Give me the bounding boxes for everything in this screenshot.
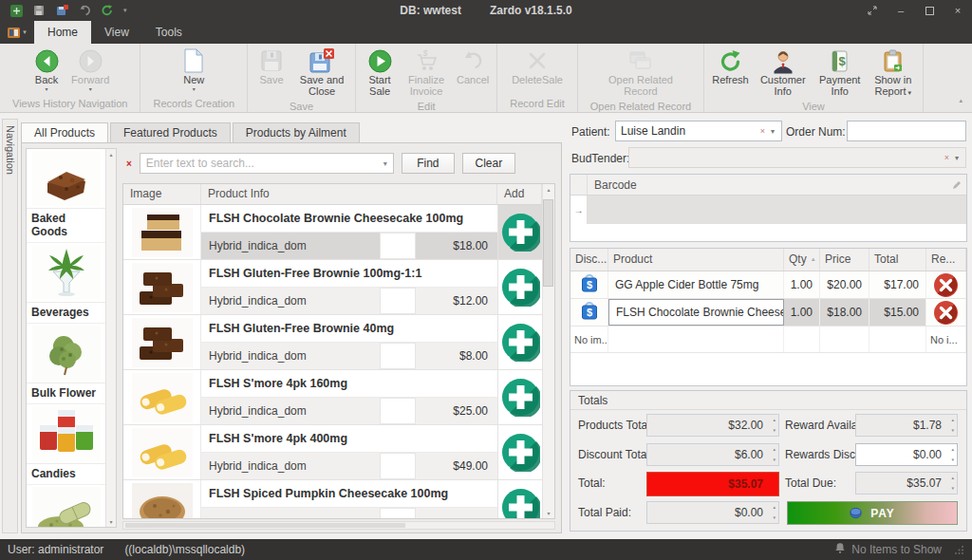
button-label: Customer Info xyxy=(760,74,806,97)
remove-item-button[interactable] xyxy=(933,300,959,326)
add-to-cart-button[interactable] xyxy=(501,488,540,518)
maximize-button[interactable] xyxy=(915,0,944,21)
ribbon-collapse-icon[interactable]: ▴ xyxy=(959,97,963,104)
cart-header-qty[interactable]: Qty▲ xyxy=(784,249,820,271)
product-name: FLSH S'more 4pk 400mg xyxy=(201,425,497,453)
cart-header-disc[interactable]: Disc... xyxy=(570,249,608,271)
payment-info-button[interactable]: $Payment Info xyxy=(814,47,866,99)
product-qty-cell[interactable] xyxy=(380,508,416,518)
tab-featured-products[interactable]: Featured Products xyxy=(110,122,231,142)
find-button[interactable]: Find xyxy=(402,153,455,174)
products-total-label: Products Total: xyxy=(578,414,653,437)
patient-combo[interactable]: Luise Landin × ▾ xyxy=(615,121,782,141)
app-menu-button[interactable]: ▾ xyxy=(0,21,34,44)
twinkie-image xyxy=(123,370,201,424)
product-row[interactable]: FLSH Gluten-Free Brownie 100mg-1:1Hybrid… xyxy=(123,260,542,315)
button-label: Show in Report xyxy=(874,74,911,97)
ribbon-tab-home[interactable]: Home xyxy=(34,21,91,44)
product-row[interactable]: FLSH S'more 4pk 160mgHybrid_indica_dom$2… xyxy=(123,370,542,425)
ribbon: Back▾Forward▾Views History NavigationNew… xyxy=(0,44,972,113)
save-and-close-icon[interactable] xyxy=(55,4,68,17)
category-item-beverages[interactable]: Beverages xyxy=(27,243,105,324)
scrollbar-thumb[interactable] xyxy=(543,199,553,287)
product-qty-cell[interactable] xyxy=(380,398,416,424)
ribbon-tab-tools[interactable]: Tools xyxy=(142,21,196,44)
remove-item-button[interactable] xyxy=(933,272,959,298)
category-label: Beverages xyxy=(27,302,105,323)
product-qty-cell[interactable] xyxy=(380,343,416,369)
dropdown-caret-icon: ▾ xyxy=(907,89,911,96)
resize-grip[interactable] xyxy=(955,545,964,554)
brownie-stack-image xyxy=(123,260,201,314)
category-item-baked-goods[interactable]: Baked Goods xyxy=(27,149,105,243)
clear-button[interactable]: Clear xyxy=(462,153,515,174)
spinner-buttons[interactable]: ▴▾ xyxy=(951,447,954,462)
cart-header-price[interactable]: Price xyxy=(820,249,869,271)
category-item-candies[interactable]: Candies xyxy=(27,404,105,485)
rewards-discount-field[interactable]: $0.00▴▾ xyxy=(855,443,958,466)
back-button[interactable]: Back▾ xyxy=(28,47,65,93)
ribbon-group-views-history-navigation: Back▾Forward▾Views History Navigation xyxy=(0,44,140,112)
qat-customize-caret-icon[interactable]: ▾ xyxy=(123,7,127,14)
undo-icon[interactable] xyxy=(78,4,91,17)
product-row[interactable]: FLSH Chocolate Brownie Cheesecake 100mgH… xyxy=(123,205,542,260)
cancel-icon xyxy=(460,47,485,74)
barcode-input-cell[interactable] xyxy=(588,196,966,224)
category-item[interactable] xyxy=(27,485,105,528)
product-row[interactable]: FLSH Spiced Pumpkin Cheesecake 100mg xyxy=(123,480,542,518)
dropdown-caret-icon: ▾ xyxy=(89,87,92,92)
sort-asc-icon: ▲ xyxy=(811,256,816,262)
customer-info-button[interactable]: Customer Info xyxy=(755,47,812,99)
barcode-column-header[interactable]: Barcode xyxy=(588,178,952,192)
payment-info-icon: $ xyxy=(828,47,852,74)
cart-row[interactable]: $GG Apple Cider Bottle 75mg1.00$20.00$17… xyxy=(570,271,966,299)
close-button[interactable]: × xyxy=(944,0,972,21)
start-sale-button[interactable]: Start Sale xyxy=(361,47,399,99)
ribbon-tab-view[interactable]: View xyxy=(91,21,142,44)
product-strain xyxy=(201,508,380,518)
refresh-icon[interactable] xyxy=(101,4,114,17)
add-to-cart-button[interactable] xyxy=(501,433,540,472)
minimize-button[interactable]: – xyxy=(887,0,915,21)
save-and-close-button[interactable]: Save and Close xyxy=(293,47,350,99)
order-num-input[interactable] xyxy=(847,121,966,141)
show-in-report-button[interactable]: Show in Report▾ xyxy=(869,47,918,99)
search-input[interactable] xyxy=(146,157,380,170)
ribbon-group-record-edit: DeleteSaleRecord Edit xyxy=(497,44,577,112)
bag-discount-icon: $ xyxy=(580,300,599,325)
product-qty-cell[interactable] xyxy=(380,233,416,259)
product-row[interactable]: FLSH S'more 4pk 400mgHybrid_indica_dom$4… xyxy=(123,425,542,480)
total-label: Total: xyxy=(578,472,606,495)
fullscreen-button[interactable] xyxy=(858,0,887,21)
save-icon[interactable] xyxy=(32,4,46,17)
cart-header-product[interactable]: Product xyxy=(608,249,784,271)
combo-clear-icon[interactable]: × xyxy=(757,126,769,136)
add-to-cart-button[interactable] xyxy=(501,323,540,362)
tab-products-by-ailment[interactable]: Products by Ailment xyxy=(233,122,360,142)
add-to-cart-button[interactable] xyxy=(501,213,540,252)
pay-button[interactable]: PAY xyxy=(787,501,958,525)
product-qty-cell[interactable] xyxy=(380,288,416,314)
refresh-button[interactable]: Refresh xyxy=(709,47,752,86)
combo-dropdown-icon[interactable]: ▾ xyxy=(769,127,776,136)
tab-all-products[interactable]: All Products xyxy=(21,122,108,142)
search-dropdown-caret-icon[interactable]: ▾ xyxy=(380,159,387,168)
new-button[interactable]: New▾ xyxy=(175,47,213,93)
search-clear-icon[interactable]: × xyxy=(126,159,132,169)
product-row[interactable]: FLSH Gluten-Free Brownie 40mgHybrid_indi… xyxy=(123,315,542,370)
navigation-panel-collapsed[interactable]: Navigation xyxy=(2,119,18,533)
cart-header-total[interactable]: Total xyxy=(869,249,926,271)
cart-header-re[interactable]: Re... xyxy=(926,249,966,271)
pumpkin-image xyxy=(123,480,201,518)
product-grid-hscrollbar[interactable] xyxy=(122,521,555,530)
product-grid-header-add[interactable]: Add xyxy=(497,184,542,204)
product-qty-cell[interactable] xyxy=(380,453,416,479)
product-grid-header-product-info[interactable]: Product Info xyxy=(201,184,497,204)
cart-row[interactable]: $FLSH Chocolate Brownie Cheesecake 100..… xyxy=(570,299,966,327)
back-icon xyxy=(34,47,60,74)
category-scrollbar[interactable]: ▴▾ xyxy=(105,149,116,527)
product-grid-header-image[interactable]: Image xyxy=(123,184,201,204)
category-item-bulk-flower[interactable]: Bulk Flower xyxy=(27,324,105,404)
add-to-cart-button[interactable] xyxy=(501,268,540,307)
add-to-cart-button[interactable] xyxy=(501,378,540,417)
